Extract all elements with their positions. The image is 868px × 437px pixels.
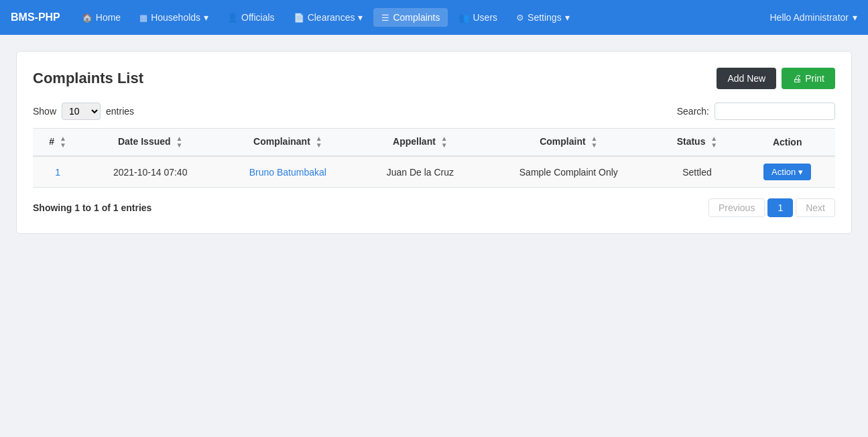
pagination-info: Showing 1 to 1 of 1 entries xyxy=(33,202,151,213)
complaints-icon: ☰ xyxy=(381,13,389,23)
entries-select[interactable]: 10 25 50 100 xyxy=(62,103,101,120)
entries-label: entries xyxy=(106,106,134,117)
users-icon: 👥 xyxy=(458,13,469,23)
main-content: Complaints List Add New 🖨 Print Show 10 … xyxy=(0,35,868,250)
add-new-button[interactable]: Add New xyxy=(717,68,776,89)
col-complaint[interactable]: Complaint ▲▼ xyxy=(483,129,654,157)
show-entries: Show 10 25 50 100 entries xyxy=(33,103,134,120)
col-appellant-label: Appellant xyxy=(393,136,436,147)
households-dropdown-icon: ▾ xyxy=(204,12,208,23)
home-icon: 🏠 xyxy=(82,13,92,23)
pagination-row: Showing 1 to 1 of 1 entries Previous 1 N… xyxy=(33,198,835,217)
sort-icon-complaint: ▲▼ xyxy=(591,135,598,149)
to-text: to xyxy=(82,202,91,213)
clearances-icon: 📄 xyxy=(294,13,304,23)
table-row: 1 2021-10-14 07:40 Bruno Batumbakal Juan… xyxy=(33,156,835,188)
action-dropdown-icon: ▾ xyxy=(798,167,803,177)
nav-items: 🏠 Home ▦ Households ▾ 👤 Officials 📄 Clea… xyxy=(74,8,770,27)
nav-label-officials: Officials xyxy=(241,12,275,23)
nav-item-home[interactable]: 🏠 Home xyxy=(74,8,129,27)
nav-label-complaints: Complaints xyxy=(393,12,440,23)
user-greeting: Hello Administrator xyxy=(770,12,849,23)
search-input[interactable] xyxy=(715,103,835,120)
of-text: of xyxy=(102,202,111,213)
complaints-card: Complaints List Add New 🖨 Print Show 10 … xyxy=(16,51,852,234)
households-icon: ▦ xyxy=(139,13,147,23)
col-action: Action xyxy=(739,129,835,157)
print-label: Print xyxy=(805,73,824,84)
table-head: # ▲▼ Date Issued ▲▼ Complainant ▲▼ Appel… xyxy=(33,129,835,157)
table-header-row: # ▲▼ Date Issued ▲▼ Complainant ▲▼ Appel… xyxy=(33,129,835,157)
settings-dropdown-icon: ▾ xyxy=(565,12,570,23)
showing-text: Showing xyxy=(33,202,72,213)
pagination-from: 1 xyxy=(74,202,80,213)
user-menu[interactable]: Hello Administrator ▾ xyxy=(770,12,858,23)
card-header: Complaints List Add New 🖨 Print xyxy=(33,68,835,89)
nav-item-clearances[interactable]: 📄 Clearances ▾ xyxy=(286,8,371,27)
action-button-label: Action xyxy=(771,167,796,177)
brand-logo[interactable]: BMS-PHP xyxy=(11,11,60,23)
nav-label-clearances: Clearances xyxy=(308,12,355,23)
col-complaint-label: Complaint xyxy=(540,136,585,147)
nav-label-users: Users xyxy=(473,12,497,23)
sort-icon-complainant: ▲▼ xyxy=(316,135,322,149)
sort-icon-status: ▲▼ xyxy=(710,135,717,149)
user-dropdown-icon: ▾ xyxy=(853,12,857,23)
nav-label-households: Households xyxy=(151,12,200,23)
cell-date-issued: 2021-10-14 07:40 xyxy=(82,156,218,188)
clearances-dropdown-icon: ▾ xyxy=(358,12,363,23)
search-box: Search: xyxy=(677,103,835,120)
page-1-button[interactable]: 1 xyxy=(767,198,793,217)
cell-complaint: Sample Complaint Only xyxy=(483,156,654,188)
header-buttons: Add New 🖨 Print xyxy=(717,68,835,89)
printer-icon: 🖨 xyxy=(792,73,802,84)
pagination-entries-text: entries xyxy=(121,202,152,213)
col-date-label: Date Issued xyxy=(118,136,171,147)
cell-complainant: Bruno Batumbakal xyxy=(218,156,358,188)
cell-appellant: Juan De la Cruz xyxy=(358,156,483,188)
sort-icon-appellant: ▲▼ xyxy=(441,135,448,149)
col-date-issued[interactable]: Date Issued ▲▼ xyxy=(82,129,218,157)
sort-icon-num: ▲▼ xyxy=(60,135,66,149)
search-label: Search: xyxy=(677,106,709,117)
nav-label-home: Home xyxy=(96,12,121,23)
complaints-table: # ▲▼ Date Issued ▲▼ Complainant ▲▼ Appel… xyxy=(33,128,835,188)
page-title: Complaints List xyxy=(33,70,143,87)
table-controls: Show 10 25 50 100 entries Search: xyxy=(33,103,835,120)
col-appellant[interactable]: Appellant ▲▼ xyxy=(358,129,483,157)
table-body: 1 2021-10-14 07:40 Bruno Batumbakal Juan… xyxy=(33,156,835,188)
officials-icon: 👤 xyxy=(227,13,238,23)
action-button[interactable]: Action ▾ xyxy=(763,164,811,180)
nav-label-settings: Settings xyxy=(528,12,562,23)
nav-item-settings[interactable]: ⚙ Settings ▾ xyxy=(508,8,578,27)
navbar: BMS-PHP 🏠 Home ▦ Households ▾ 👤 Official… xyxy=(0,0,868,35)
nav-item-complaints[interactable]: ☰ Complaints xyxy=(373,8,448,27)
cell-status: Settled xyxy=(655,156,740,188)
col-action-label: Action xyxy=(773,137,802,147)
col-complainant[interactable]: Complainant ▲▼ xyxy=(218,129,358,157)
sort-icon-date: ▲▼ xyxy=(176,135,182,149)
row-num-link[interactable]: 1 xyxy=(55,167,60,178)
print-button[interactable]: 🖨 Print xyxy=(782,68,835,89)
previous-button[interactable]: Previous xyxy=(708,198,765,217)
cell-num: 1 xyxy=(33,156,82,188)
pagination-controls: Previous 1 Next xyxy=(708,198,835,217)
col-status-label: Status xyxy=(677,136,706,147)
col-num-label: # xyxy=(49,136,54,147)
col-status[interactable]: Status ▲▼ xyxy=(655,129,740,157)
nav-item-users[interactable]: 👥 Users xyxy=(450,8,505,27)
nav-item-households[interactable]: ▦ Households ▾ xyxy=(131,8,216,27)
next-button[interactable]: Next xyxy=(796,198,835,217)
show-label: Show xyxy=(33,106,56,117)
pagination-total: 1 xyxy=(113,202,119,213)
col-complainant-label: Complainant xyxy=(253,136,310,147)
pagination-to: 1 xyxy=(94,202,99,213)
nav-item-officials[interactable]: 👤 Officials xyxy=(219,8,283,27)
cell-action: Action ▾ xyxy=(739,156,835,188)
col-num[interactable]: # ▲▼ xyxy=(33,129,82,157)
settings-icon: ⚙ xyxy=(516,13,524,23)
